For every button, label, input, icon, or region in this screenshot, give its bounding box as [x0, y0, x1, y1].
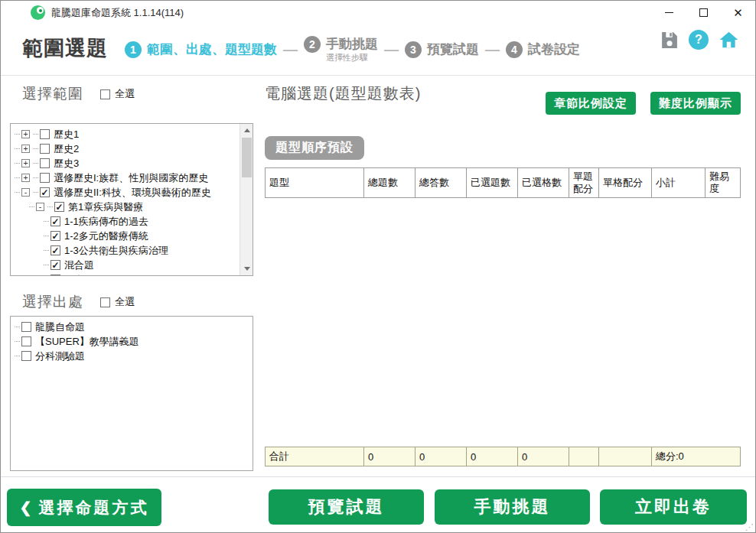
minimize-button[interactable]: [652, 1, 686, 24]
tree-item-checkbox[interactable]: ✓: [51, 231, 60, 241]
tree-item-checkbox[interactable]: [40, 129, 50, 139]
tree-connector: [15, 327, 20, 327]
title-bar: 龍騰題庫命題系統 1.1.14(114) ✕: [1, 1, 755, 24]
scroll-down-icon[interactable]: [240, 262, 253, 275]
difficulty-ratio-button[interactable]: 難度比例顯示: [650, 92, 741, 115]
tree-item-checkbox[interactable]: [40, 144, 50, 154]
tree-item-label: 歷史2: [54, 142, 79, 156]
tree-item[interactable]: +選修歷史I:族群、性別與國家的歷史: [11, 171, 240, 185]
manual-pick-button[interactable]: 手動挑題: [435, 489, 590, 525]
check-icon: ✓: [51, 232, 59, 240]
tree-connector: [15, 192, 20, 193]
column-header: 總題數: [364, 168, 415, 197]
tree-item-label: 歷史1: [54, 128, 79, 141]
maximize-icon: [699, 8, 708, 17]
save-button[interactable]: [660, 31, 679, 50]
tree-item[interactable]: +歷史2: [11, 141, 240, 156]
window-title: 龍騰題庫命題系統 1.1.14(114): [51, 6, 184, 20]
column-header: 題型: [266, 168, 364, 197]
tree-item-checkbox[interactable]: ✓: [40, 187, 50, 197]
source-select-all-checkbox[interactable]: [100, 297, 110, 307]
step-sublabel: 選擇性步驟: [326, 53, 378, 63]
close-button[interactable]: ✕: [721, 1, 755, 24]
header-divider: [1, 75, 755, 76]
expand-plus-icon[interactable]: +: [21, 130, 30, 138]
tree-item[interactable]: +歷史1: [11, 127, 240, 141]
close-icon: ✕: [733, 7, 743, 18]
tree-item[interactable]: -✓第1章疾病與醫療: [11, 200, 240, 214]
total-value: 0: [467, 447, 518, 466]
source-list-box: 龍騰自命題【SUPER】教學講義題分科測驗題: [10, 316, 253, 471]
tree-item-checkbox[interactable]: ✓: [51, 260, 60, 270]
generate-paper-button[interactable]: 立即出卷: [600, 489, 747, 525]
step-2[interactable]: 2手動挑題選擇性步驟: [304, 36, 378, 63]
step-separator: —: [283, 41, 298, 58]
tree-item-label: 混合題: [64, 258, 94, 272]
tree-item-label: 配套題: [64, 273, 94, 277]
tree-item[interactable]: +歷史3: [11, 156, 240, 171]
step-4[interactable]: 4試卷設定: [506, 41, 580, 58]
question-table-header: 題型總題數總答數已選題數已選格數單題配分單格配分小計難易度: [265, 167, 741, 198]
total-empty-cell: [569, 447, 599, 466]
step-label: 手動挑題: [326, 36, 378, 53]
tree-item-checkbox[interactable]: ✓: [51, 275, 60, 276]
total-value: 0: [518, 447, 569, 466]
tree-item-checkbox[interactable]: ✓: [54, 202, 64, 212]
tree-item[interactable]: -✓選修歷史II:科技、環境與藝術的歷史: [11, 185, 240, 200]
home-button[interactable]: [719, 30, 739, 50]
tree-item-checkbox[interactable]: [40, 173, 50, 183]
chapter-ratio-button[interactable]: 章節比例設定: [546, 92, 636, 115]
minimize-icon: [665, 12, 673, 13]
step-separator: —: [384, 41, 399, 58]
range-select-all-checkbox[interactable]: [100, 89, 110, 99]
step-label: 範圍、出處、題型題數: [147, 41, 277, 58]
check-icon: ✓: [51, 218, 59, 226]
column-header: 已選題數: [467, 168, 518, 197]
step-indicator: 1範圍、出處、題型題數—2手動挑題選擇性步驟—3預覽試題—4試卷設定: [125, 36, 580, 63]
tree-connector: [47, 206, 53, 207]
question-type-order-button[interactable]: 題型順序預設: [265, 136, 364, 160]
step-texts: 手動挑題選擇性步驟: [326, 36, 378, 63]
expand-plus-icon[interactable]: +: [21, 174, 30, 182]
tree-item-checkbox[interactable]: [40, 158, 50, 168]
step-label: 試卷設定: [528, 41, 580, 58]
range-section-title: 選擇範圍: [22, 84, 83, 104]
expand-plus-icon[interactable]: +: [21, 159, 30, 167]
step-separator: —: [485, 41, 500, 58]
maximize-button[interactable]: [686, 1, 721, 24]
step-1[interactable]: 1範圍、出處、題型題數: [125, 41, 277, 58]
collapse-minus-icon[interactable]: -: [21, 188, 30, 197]
tree-item[interactable]: ✓1-3公共衛生與疾病治理: [11, 243, 240, 258]
source-item[interactable]: 【SUPER】教學講義題: [11, 334, 253, 349]
help-button[interactable]: ?: [689, 30, 709, 50]
source-item-checkbox[interactable]: [21, 322, 31, 332]
source-item[interactable]: 龍騰自命題: [11, 320, 253, 334]
tree-item-checkbox[interactable]: ✓: [51, 216, 60, 226]
step-3[interactable]: 3預覽試題: [405, 41, 479, 58]
tree-item[interactable]: ✓配套題: [11, 272, 240, 276]
source-item[interactable]: 分科測驗題: [11, 349, 253, 363]
source-item-checkbox[interactable]: [21, 351, 31, 361]
check-icon: ✓: [51, 276, 59, 277]
resize-grip-icon[interactable]: ⋰: [745, 522, 754, 532]
tree-connector: [33, 163, 38, 164]
tree-scrollbar[interactable]: [240, 124, 253, 275]
tree-connector: [44, 221, 49, 222]
scroll-thumb[interactable]: [242, 138, 252, 177]
step-label: 預覽試題: [427, 41, 479, 58]
tree-item-checkbox[interactable]: ✓: [51, 245, 60, 255]
collapse-minus-icon[interactable]: -: [36, 203, 44, 211]
preview-questions-button[interactable]: 預覽試題: [269, 489, 424, 525]
check-icon: ✓: [51, 247, 59, 255]
tree-item[interactable]: ✓1-2多元的醫療傳統: [11, 229, 240, 243]
tree-item[interactable]: ✓混合題: [11, 258, 240, 272]
scroll-up-icon[interactable]: [240, 124, 253, 137]
total-value: 0: [415, 447, 467, 466]
expand-plus-icon[interactable]: +: [21, 145, 30, 153]
total-empty-cell: [599, 447, 652, 466]
source-item-checkbox[interactable]: [21, 336, 31, 346]
tree-connector: [44, 250, 49, 251]
back-button[interactable]: ❮ 選擇命題方式: [7, 489, 161, 526]
app-logo-icon: [31, 5, 45, 20]
tree-item[interactable]: ✓1-1疾病傳布的過去: [11, 214, 240, 229]
